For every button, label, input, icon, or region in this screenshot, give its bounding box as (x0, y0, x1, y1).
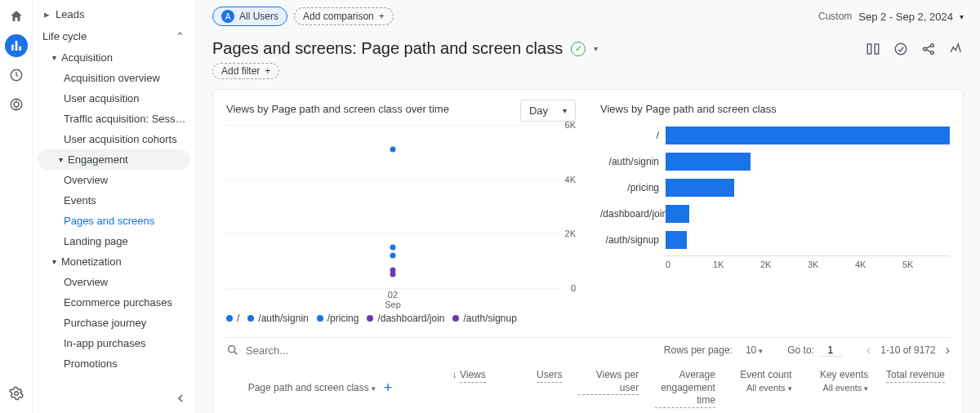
audience-badge: A (221, 10, 234, 23)
plus-icon: + (265, 65, 270, 77)
chevron-down-icon: ▾ (960, 12, 964, 21)
audience-label: All Users (239, 11, 278, 22)
pager-next[interactable]: › (946, 343, 950, 357)
chart-legend: //auth/signin/pricing/dashboard/join/aut… (226, 313, 576, 324)
add-filter-button[interactable]: Add filter + (212, 63, 279, 79)
nav-eng-0[interactable]: Overview (33, 170, 195, 190)
nav-eng-1[interactable]: Events (33, 190, 195, 211)
rail-reports-icon[interactable] (5, 34, 28, 57)
audience-chip[interactable]: A All Users (212, 7, 287, 26)
add-dimension-button[interactable]: + (384, 379, 393, 397)
scatter-chart: 02K4K6K02Sep (226, 125, 559, 288)
insights-sparkle-icon[interactable] (949, 42, 964, 56)
granularity-select[interactable]: Day ▾ (520, 100, 576, 122)
nav-life-cycle[interactable]: Life cycle ⌃ (33, 25, 195, 47)
col-event-count[interactable]: Event countAll events▾ (727, 369, 797, 408)
chevron-up-icon: ⌃ (176, 30, 184, 42)
nav-mon-2[interactable]: Purchase journey (33, 313, 195, 333)
page-title: Pages and screens: Page path and screen … (212, 39, 563, 58)
col-views[interactable]: ↓ Views (421, 369, 491, 408)
rail-home-icon[interactable] (5, 5, 28, 28)
nav-acq-3[interactable]: User acquisition cohorts (33, 129, 195, 149)
svg-point-9 (895, 43, 906, 55)
granularity-value: Day (529, 104, 548, 117)
nav-monetization[interactable]: ▾Monetization (33, 251, 195, 272)
pager-prev[interactable]: ‹ (866, 343, 871, 357)
plus-icon: + (379, 11, 385, 22)
date-range-picker[interactable]: Custom Sep 2 - Sep 2, 2024 ▾ (818, 11, 964, 23)
svg-rect-0 (11, 45, 14, 51)
share-icon[interactable] (921, 42, 936, 56)
nav-life-cycle-label: Life cycle (42, 30, 87, 42)
customize-icon[interactable] (866, 42, 880, 56)
add-comparison-label: Add comparison (303, 11, 374, 22)
nav-engagement-label: Engagement (68, 153, 128, 166)
rail-explore-icon[interactable] (5, 64, 28, 87)
col-users[interactable]: Users (497, 369, 568, 408)
nav-acq-2[interactable]: Traffic acquisition: Session... (33, 109, 195, 129)
date-range-value: Sep 2 - Sep 2, 2024 (858, 11, 953, 23)
nav-eng-3[interactable]: Landing page (33, 231, 195, 251)
rpp-label: Rows per page: (664, 344, 733, 356)
svg-point-6 (14, 392, 18, 396)
svg-rect-8 (875, 44, 879, 54)
svg-point-13 (229, 346, 235, 353)
goto-label: Go to: (787, 344, 814, 356)
dim-header[interactable]: Page path and screen class▾ (248, 382, 376, 395)
nav-engagement[interactable]: ▾Engagement (38, 149, 190, 170)
search-icon (226, 344, 239, 357)
col-views-per-user[interactable]: Views per user (573, 369, 644, 408)
nav-mon-0[interactable]: Overview (33, 272, 195, 292)
rail-admin-icon[interactable] (5, 382, 28, 405)
date-range-label: Custom (818, 11, 852, 22)
col-avg-eng[interactable]: Average engagement time (650, 369, 720, 408)
table-search-input[interactable] (246, 344, 368, 357)
svg-rect-1 (15, 41, 17, 51)
nav-mon-3[interactable]: In-app purchases (33, 333, 195, 353)
svg-point-5 (14, 102, 19, 107)
bar-chart: //auth/signin/pricing/dashboard/join/aut… (600, 125, 950, 288)
insight-icon[interactable] (893, 42, 908, 56)
nav-acq-0[interactable]: Acquisition overview (33, 68, 195, 88)
nav-mon-1[interactable]: Ecommerce purchases (33, 292, 195, 313)
add-comparison-button[interactable]: Add comparison + (294, 7, 394, 25)
nav-leads[interactable]: ▸Leads (33, 3, 195, 25)
pager-range: 1-10 of 9172 (880, 344, 935, 356)
nav-eng-2[interactable]: Pages and screens (33, 211, 195, 231)
goto-input[interactable] (819, 344, 842, 357)
rail-advertising-icon[interactable] (5, 93, 28, 116)
nav-mon-4[interactable]: Promotions (33, 353, 195, 374)
nav-acquisition-label: Acquisition (61, 51, 113, 64)
nav-leads-label: Leads (56, 8, 84, 20)
col-key-events[interactable]: Key eventsAll events▾ (804, 369, 874, 408)
svg-rect-2 (19, 47, 21, 51)
chevron-down-icon: ▾ (563, 106, 567, 115)
svg-rect-7 (867, 44, 871, 54)
title-dropdown[interactable]: ▾ (594, 44, 598, 53)
chart-right-title: Views by Page path and screen class (600, 103, 950, 115)
verified-icon: ✓ (571, 42, 586, 56)
nav-acquisition[interactable]: ▾Acquisition (33, 47, 195, 68)
nav-monetization-label: Monetization (61, 255, 122, 268)
col-total-rev[interactable]: Total revenue (880, 369, 950, 408)
rpp-value[interactable]: 10▾ (746, 344, 763, 356)
sidebar-collapse-button[interactable] (174, 392, 187, 405)
nav-acq-1[interactable]: User acquisition (33, 88, 195, 109)
add-filter-label: Add filter (221, 65, 260, 77)
